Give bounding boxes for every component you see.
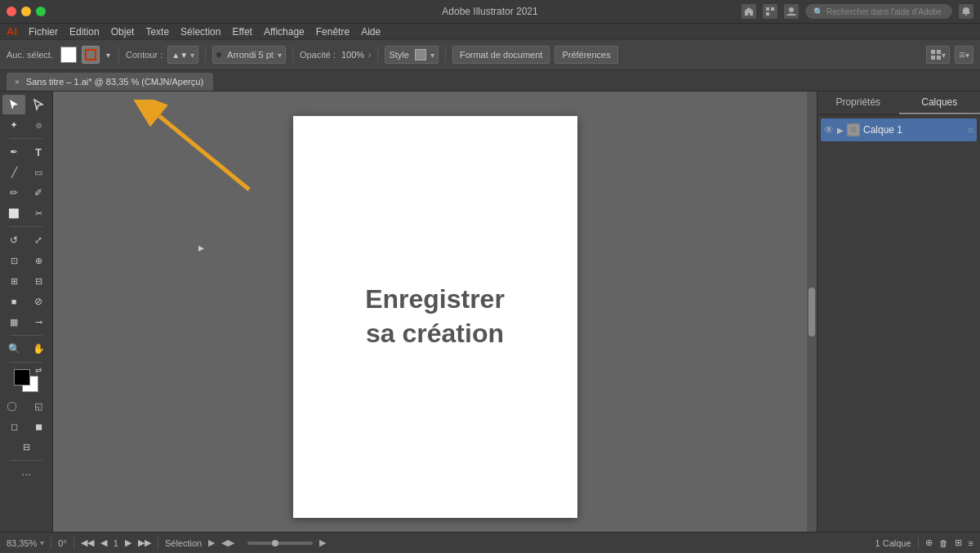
gradient-tool[interactable]: ■ (2, 292, 25, 311)
menu-bar: Ai Fichier Edition Objet Texte Sélection… (0, 23, 980, 39)
nav-back-icon[interactable]: ◀ (100, 537, 107, 548)
select-tools-row (2, 95, 50, 114)
scissors-tool[interactable]: ✂ (27, 203, 50, 223)
layer-lock-icon[interactable]: ○ (968, 124, 973, 136)
zoom-dropdown-icon[interactable]: ▾ (40, 538, 44, 547)
zoom-slider[interactable] (247, 542, 313, 545)
preferences-button[interactable]: Préférences (555, 46, 617, 64)
arrange-more-button[interactable]: ≡ ▾ (955, 46, 973, 64)
zoom-slider-thumb[interactable] (272, 540, 278, 546)
menu-effet[interactable]: Effet (232, 26, 252, 38)
delete-layer-icon[interactable]: 🗑 (939, 538, 948, 548)
nav-prev-icon[interactable]: ◀◀ (81, 537, 94, 548)
slice-tool[interactable]: ⊸ (27, 312, 50, 332)
zoom-control[interactable]: 83,35% ▾ (7, 538, 44, 548)
stroke-fill-area[interactable] (60, 47, 77, 63)
chevron-icon[interactable]: ▾ (105, 51, 112, 60)
maximize-button[interactable] (36, 7, 46, 16)
opacity-chevron[interactable]: › (368, 51, 371, 60)
draw-inside-btn[interactable]: ◼ (27, 417, 50, 436)
magic-wand-tool[interactable]: ✦ (2, 115, 25, 135)
scale-tool[interactable]: ⤢ (27, 230, 50, 250)
layer-btn[interactable]: ⊟ (15, 437, 38, 457)
layers-tab[interactable]: Calques (899, 91, 981, 114)
mesh-tool[interactable]: ⊟ (27, 271, 50, 291)
arrange-button[interactable]: ▾ (926, 46, 950, 64)
draw-tools-row: ⊞ ⊟ (2, 271, 50, 291)
style-dropdown[interactable]: Style ▾ (385, 46, 438, 64)
eraser-tool[interactable]: ⬜ (2, 203, 25, 223)
rectangle-tool[interactable]: ▭ (27, 163, 50, 182)
layer-expand-icon[interactable]: ▶ (837, 126, 844, 135)
stroke-width-dropdown[interactable]: ▲▼ ▾ (167, 46, 198, 64)
nav-forward-icon[interactable]: ▶ (125, 537, 131, 548)
zoom-tool[interactable]: 🔍 (2, 339, 25, 359)
properties-tab[interactable]: Propriétés (817, 91, 899, 114)
close-button[interactable] (7, 7, 16, 16)
slider-end-icon[interactable]: ▶ (319, 537, 326, 548)
foreground-color-swatch[interactable] (14, 369, 30, 386)
panel-options-icon[interactable]: ⊞ (955, 537, 962, 548)
gradient-tools-row: ■ ⊘ (2, 292, 50, 311)
artboard: Enregistrer sa création (293, 116, 577, 518)
select-tool[interactable] (2, 95, 25, 114)
mode-play-icon[interactable]: ▶ (208, 537, 215, 548)
right-panel: Propriétés Calques 👁 ▶ Calque 1 ○ (817, 91, 980, 532)
tab-close-button[interactable]: × (15, 78, 20, 87)
arrow-annotation (127, 100, 257, 198)
vertical-scrollbar[interactable] (807, 91, 817, 532)
svg-rect-7 (937, 56, 941, 60)
panel-more-icon[interactable]: ≡ (969, 538, 973, 548)
draw-normal-btn[interactable]: ◻ (2, 417, 25, 436)
arrondi-dropdown[interactable]: Arrondi 5 pt ▾ (212, 46, 286, 64)
workspace-icon[interactable] (763, 4, 777, 19)
pencil-tool[interactable]: ✐ (27, 183, 50, 203)
document-tab[interactable]: × Sans titre – 1.ai* @ 83,35 % (CMJN/Ape… (7, 73, 213, 91)
menu-texte[interactable]: Texte (145, 26, 169, 38)
chart-tool[interactable]: ▦ (2, 312, 25, 332)
toolbar-right: ▾ ≡ ▾ (926, 46, 973, 64)
more-button[interactable]: ··· (15, 464, 38, 484)
tab-bar: × Sans titre – 1.ai* @ 83,35 % (CMJN/Ape… (0, 70, 980, 91)
home-icon[interactable] (742, 4, 756, 19)
scroll-thumb[interactable] (808, 288, 815, 337)
panel-content: 👁 ▶ Calque 1 ○ (817, 115, 980, 145)
type-tool[interactable]: T (27, 142, 50, 162)
pen-tool[interactable]: ✒ (2, 142, 25, 162)
selection-label: Auc. sélect. (7, 50, 56, 60)
user-icon[interactable] (784, 4, 799, 19)
menu-edition[interactable]: Edition (69, 26, 100, 38)
menu-aide[interactable]: Aide (361, 26, 381, 38)
menu-affichage[interactable]: Affichage (264, 26, 305, 38)
eyedropper-tool[interactable]: ⊘ (27, 292, 50, 311)
search-bar[interactable]: 🔍 Rechercher dans l'aide d'Adobe (805, 4, 952, 19)
perspective-tool[interactable]: ⊞ (2, 271, 25, 291)
minimize-button[interactable] (21, 7, 31, 16)
menu-objet[interactable]: Objet (111, 26, 135, 38)
menu-fenetre[interactable]: Fenêtre (316, 26, 350, 38)
title-bar-right: 🔍 Rechercher dans l'aide d'Adobe (742, 4, 973, 19)
menu-fichier[interactable]: Fichier (29, 26, 58, 38)
rotate-tools-row: ↺ ⤢ (2, 230, 50, 250)
format-document-button[interactable]: Format de document (452, 46, 550, 64)
hand-tool[interactable]: ✋ (27, 339, 50, 359)
add-layer-icon[interactable]: ⊕ (925, 537, 933, 548)
line-tool[interactable]: ╱ (2, 163, 25, 182)
layer-visibility-icon[interactable]: 👁 (824, 124, 834, 136)
free-transform-tool[interactable]: ⊡ (2, 251, 25, 270)
nav-next-icon[interactable]: ▶▶ (138, 537, 151, 548)
rotate-tool[interactable]: ↺ (2, 230, 25, 250)
direct-select-tool[interactable] (27, 95, 50, 114)
menu-selection[interactable]: Sélection (180, 26, 220, 38)
shape-builder-tool[interactable]: ⊕ (27, 251, 50, 270)
none-fill-btn[interactable]: ⃝ (2, 396, 25, 416)
stroke-button[interactable] (82, 46, 100, 64)
notification-icon[interactable] (959, 4, 973, 19)
gradient-fill-btn[interactable]: ◱ (27, 396, 50, 416)
lasso-tool[interactable]: ⌾ (27, 115, 50, 135)
mode-nav-icon[interactable]: ◀▶ (221, 537, 234, 548)
fill-swatch[interactable] (60, 47, 77, 63)
paintbrush-tool[interactable]: ✏ (2, 183, 25, 203)
swap-colors-icon[interactable]: ⇄ (35, 366, 42, 375)
color-swatches[interactable]: ⇄ (14, 369, 38, 392)
